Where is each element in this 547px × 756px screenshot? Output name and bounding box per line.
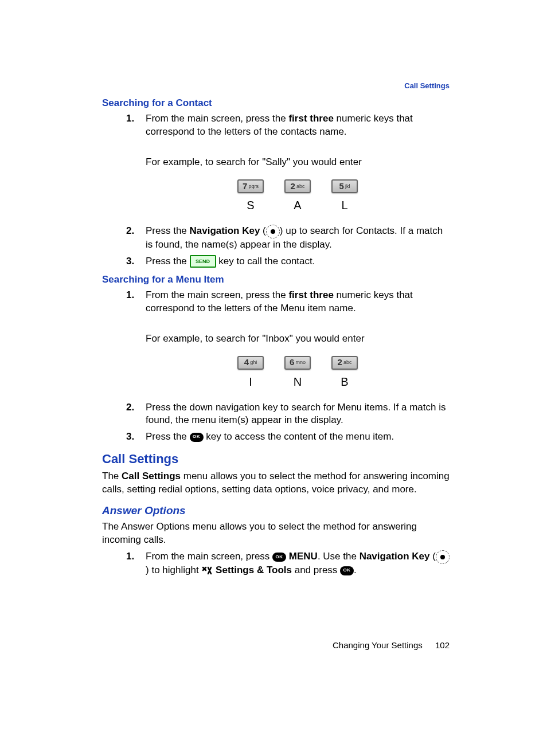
text: The xyxy=(102,471,122,481)
heading-search-menu: Searching for a Menu Item xyxy=(102,274,450,285)
contact-step-2: 2. Press the Navigation Key () up to sea… xyxy=(126,225,450,252)
bold-text: MENU xyxy=(289,551,318,562)
call-settings-body: The Call Settings menu allows you to sel… xyxy=(102,470,450,496)
contact-key-row: 7pqrs S 2abc A 5jkl L xyxy=(146,179,450,213)
step-number: 1. xyxy=(126,289,134,302)
bold-text: first three xyxy=(288,289,333,300)
key-col: 5jkl L xyxy=(331,179,358,213)
text: From the main screen, press the xyxy=(146,289,288,300)
key-letters: abc xyxy=(296,183,305,190)
answer-step-1: 1. From the main screen, press OK MENU. … xyxy=(126,550,450,577)
step-number: 1. xyxy=(126,112,134,126)
bold-text: Navigation Key xyxy=(190,225,260,236)
bold-text: Call Settings xyxy=(122,471,181,481)
footer-section-name: Changing Your Settings xyxy=(333,640,423,650)
settings-tools-icon xyxy=(201,566,213,576)
key-output-letter: B xyxy=(341,374,348,390)
key-output-letter: A xyxy=(294,198,301,213)
text: Press the xyxy=(146,256,190,267)
example-text: For example, to search for "Inbox" you w… xyxy=(146,332,450,346)
key-output-letter: I xyxy=(249,374,252,390)
text: to highlight xyxy=(151,565,201,575)
key-digit: 6 xyxy=(290,357,294,368)
step-number: 3. xyxy=(126,430,134,444)
contact-steps: 1. From the main screen, press the first… xyxy=(126,112,450,268)
text: key to access the content of the menu it… xyxy=(206,431,394,442)
text: Press the xyxy=(146,431,190,442)
text: From the main screen, press xyxy=(146,551,272,562)
contact-step-3: 3. Press the SEND key to call the contac… xyxy=(126,255,450,268)
text: ( xyxy=(263,225,266,236)
text: and press xyxy=(292,565,340,575)
example-text: For example, to search for "Sally" you w… xyxy=(146,156,450,169)
menu-step-3: 3. Press the OK key to access the conten… xyxy=(126,430,450,444)
ok-key-icon: OK xyxy=(190,433,204,442)
step-number: 2. xyxy=(126,401,134,414)
answer-options-steps: 1. From the main screen, press OK MENU. … xyxy=(126,550,450,577)
key-output-letter: S xyxy=(247,198,254,213)
phone-key-icon: 7pqrs xyxy=(237,179,264,193)
key-digit: 2 xyxy=(338,357,342,368)
key-digit: 2 xyxy=(291,181,295,192)
key-col: 2abc B xyxy=(331,356,358,390)
key-letters: ghi xyxy=(250,359,257,366)
key-col: 4ghi I xyxy=(237,356,264,390)
bold-text: first three xyxy=(288,113,333,124)
heading-answer-options: Answer Options xyxy=(102,504,450,517)
contact-step-1: 1. From the main screen, press the first… xyxy=(126,112,450,213)
menu-key-row: 4ghi I 6mno N 2abc B xyxy=(146,356,450,390)
step-number: 3. xyxy=(126,255,134,268)
text: ) xyxy=(280,225,283,236)
text: Press the xyxy=(146,225,190,236)
key-digit: 4 xyxy=(244,357,249,368)
text: Press the down navigation key to search … xyxy=(146,402,446,426)
document-page: Call Settings Searching for a Contact 1.… xyxy=(0,0,547,756)
ok-key-icon: OK xyxy=(340,566,354,575)
bold-text: Navigation Key xyxy=(360,551,430,562)
navigation-key-icon xyxy=(436,550,450,564)
phone-key-icon: 2abc xyxy=(284,179,311,193)
menu-step-2: 2. Press the down navigation key to sear… xyxy=(126,401,450,428)
key-output-letter: L xyxy=(341,198,347,213)
text: . xyxy=(354,565,357,575)
key-letters: jkl xyxy=(345,183,350,190)
key-letters: mno xyxy=(295,359,306,366)
key-digit: 5 xyxy=(339,181,344,192)
text: key to call the contact. xyxy=(218,256,315,267)
menu-step-1: 1. From the main screen, press the first… xyxy=(126,289,450,390)
page-number: 102 xyxy=(435,640,450,650)
key-col: 7pqrs S xyxy=(237,179,264,213)
phone-key-icon: 4ghi xyxy=(237,356,264,370)
heading-search-contact: Searching for a Contact xyxy=(102,97,450,109)
phone-key-icon: 5jkl xyxy=(331,179,358,193)
text: . Use the xyxy=(318,551,360,562)
menu-steps: 1. From the main screen, press the first… xyxy=(126,289,450,444)
text: ) xyxy=(146,565,149,575)
phone-key-icon: 2abc xyxy=(331,356,358,370)
key-letters: pqrs xyxy=(248,183,259,190)
navigation-key-icon xyxy=(266,225,280,238)
key-digit: 7 xyxy=(243,181,247,192)
bold-text: Settings & Tools xyxy=(216,565,292,575)
ok-key-icon: OK xyxy=(272,553,286,562)
key-output-letter: N xyxy=(294,374,302,390)
page-footer: Changing Your Settings 102 xyxy=(333,640,450,650)
key-col: 2abc A xyxy=(284,179,311,213)
answer-options-body: The Answer Options menu allows you to se… xyxy=(102,520,450,547)
header-section-link: Call Settings xyxy=(404,81,450,90)
key-letters: abc xyxy=(343,359,352,366)
heading-call-settings: Call Settings xyxy=(102,452,450,467)
phone-key-icon: 6mno xyxy=(284,356,311,370)
step-number: 1. xyxy=(126,550,134,563)
send-key-icon: SEND xyxy=(190,255,216,268)
key-col: 6mno N xyxy=(284,356,311,390)
text: From the main screen, press the xyxy=(146,113,288,124)
step-number: 2. xyxy=(126,225,134,238)
